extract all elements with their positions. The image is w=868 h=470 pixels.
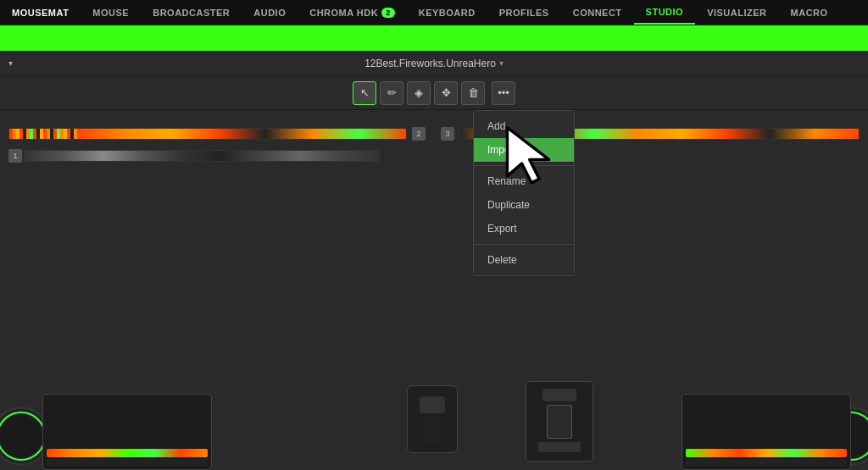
bottom-devices-bar [0, 377, 868, 470]
nav-visualizer[interactable]: VISUALIZER [695, 0, 778, 25]
center-right-device [526, 381, 593, 462]
dropdown-delete[interactable]: Delete [474, 248, 574, 272]
move-icon: ✥ [442, 86, 451, 99]
led-strip-left [8, 128, 407, 140]
select-tool-button[interactable]: ↖ [353, 81, 376, 105]
pencil-icon: ✏ [387, 86, 397, 99]
more-dots-icon: ••• [498, 86, 509, 99]
nav-audio[interactable]: AUDIO [242, 0, 298, 25]
nav-studio[interactable]: STUDIO [634, 0, 696, 25]
paint-bucket-button[interactable]: ◈ [407, 81, 431, 105]
profile-caret[interactable]: ▾ [499, 58, 504, 68]
profile-name-display: 12Best.Fireworks.UnreaHero ▾ [364, 58, 504, 69]
chroma-hdk-badge: 2 [381, 8, 395, 18]
icon-toolbar: ↖ ✏ ◈ ✥ 🗑 ••• [0, 76, 868, 110]
profile-toolbar: ▾ 12Best.Fireworks.UnreaHero ▾ [0, 51, 868, 76]
led-row-middle: 1 [8, 149, 860, 163]
left-keyboard-device [42, 394, 212, 470]
nav-macro[interactable]: MACRO [779, 0, 840, 25]
nav-broadcaster[interactable]: BROADCASTER [141, 0, 242, 25]
trash-icon: 🗑 [468, 86, 479, 99]
profile-name-text: 12Best.Fireworks.UnreaHero [364, 58, 496, 69]
main-canvas: 2 3 1 [0, 110, 868, 470]
nav-connect[interactable]: CONNECT [561, 0, 634, 25]
center-controller-device [407, 385, 458, 453]
tool-buttons-group: ↖ ✏ ◈ ✥ 🗑 ••• [353, 81, 515, 105]
dropdown-duplicate[interactable]: Duplicate [474, 193, 574, 217]
dropdown-export[interactable]: Export [474, 217, 574, 241]
top-nav: MOUSEMAT MOUSE BROADCASTER AUDIO CHROMA … [0, 0, 868, 25]
cursor-icon: ↖ [360, 86, 370, 99]
more-options-button[interactable]: ••• [492, 81, 515, 105]
trash-button[interactable]: 🗑 [461, 81, 485, 105]
green-banner [0, 25, 868, 51]
dropdown-divider-1 [474, 165, 574, 166]
led-rows-container: 2 3 1 [8, 127, 860, 163]
nav-profiles[interactable]: PROFILES [487, 0, 561, 25]
row-label-2: 2 [412, 127, 426, 141]
right-keyboard-device [682, 394, 851, 470]
context-dropdown: Add Import Rename Duplicate Export Delet… [473, 110, 575, 276]
nav-chroma-hdk[interactable]: CHROMA HDK 2 [298, 0, 407, 25]
led-strip-left-pixels [8, 128, 407, 140]
row-label-1: 1 [8, 149, 22, 163]
dropdown-arrow[interactable]: ▾ [8, 58, 13, 68]
pencil-tool-button[interactable]: ✏ [380, 81, 403, 105]
app-container: MOUSEMAT MOUSE BROADCASTER AUDIO CHROMA … [0, 0, 868, 470]
nav-mousemat[interactable]: MOUSEMAT [0, 0, 81, 25]
bucket-icon: ◈ [415, 86, 423, 99]
nav-keyboard[interactable]: KEYBOARD [407, 0, 487, 25]
dropdown-import[interactable]: Import [474, 138, 574, 162]
icon-toolbar-wrapper: ↖ ✏ ◈ ✥ 🗑 ••• Add [0, 76, 868, 110]
dropdown-rename[interactable]: Rename [474, 169, 574, 193]
row-label-3: 3 [441, 127, 454, 141]
dropdown-add[interactable]: Add [474, 114, 574, 138]
led-strip-middle [24, 150, 380, 162]
led-row-top: 2 3 [8, 127, 860, 141]
dropdown-divider-2 [474, 244, 574, 245]
move-tool-button[interactable]: ✥ [434, 81, 458, 105]
nav-mouse[interactable]: MOUSE [81, 0, 141, 25]
